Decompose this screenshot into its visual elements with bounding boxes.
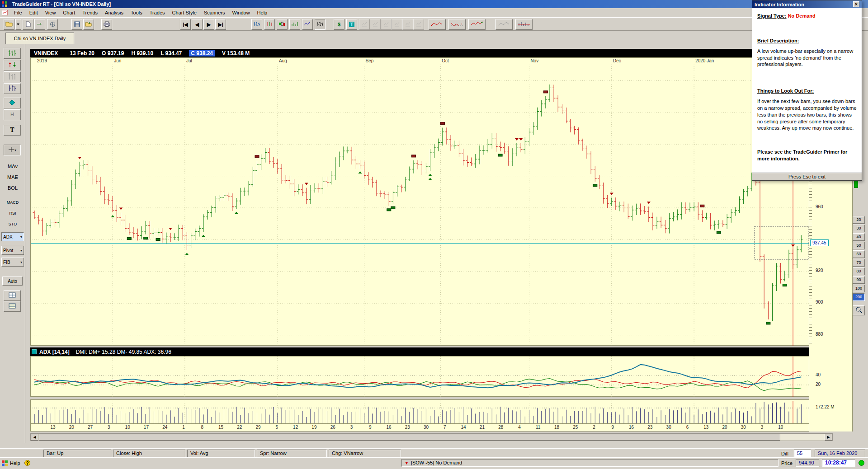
price-label: Price bbox=[781, 460, 793, 466]
date-label: 7 bbox=[440, 425, 450, 430]
scale-button-40[interactable]: 40 bbox=[853, 233, 865, 241]
help-question-icon[interactable]: ? bbox=[24, 460, 30, 466]
open-dropdown-button[interactable] bbox=[15, 19, 21, 30]
open-chart-button[interactable] bbox=[4, 19, 14, 30]
scan-trend-1-button[interactable] bbox=[429, 19, 446, 30]
phase-icon bbox=[361, 21, 368, 28]
price-plot[interactable]: 2019JunJulAugSepOctNovDec2020 Jan bbox=[30, 57, 809, 346]
scale-button-80[interactable]: 80 bbox=[853, 267, 865, 275]
scale-button-30[interactable]: 30 bbox=[853, 225, 865, 232]
nav-next-button[interactable]: ▶ bbox=[203, 19, 214, 30]
nav-last-button[interactable]: ▶| bbox=[215, 19, 226, 30]
chart-style-green-button[interactable] bbox=[4, 48, 21, 59]
menu-chart-style[interactable]: Chart Style bbox=[169, 9, 200, 17]
bol-button[interactable]: BOL bbox=[1, 183, 24, 192]
mae-button[interactable]: MAE bbox=[1, 173, 24, 182]
scale-button-100[interactable]: 100 bbox=[853, 285, 865, 292]
menu-trends[interactable]: Trends bbox=[79, 9, 101, 17]
help-label[interactable]: Help bbox=[10, 460, 20, 466]
text-annotation-button-glyph: T bbox=[349, 22, 355, 27]
style-histogram-button[interactable] bbox=[289, 19, 300, 30]
adx-panel-icon bbox=[32, 349, 37, 354]
date-label: 16 bbox=[384, 425, 394, 430]
macd-button[interactable]: MACD bbox=[1, 198, 24, 207]
menu-chart[interactable]: Chart bbox=[59, 9, 79, 17]
nav-prev-button[interactable]: ◀ bbox=[192, 19, 203, 30]
date-label: 20 bbox=[720, 425, 730, 430]
print-button[interactable] bbox=[101, 19, 112, 30]
style-black-bars-button[interactable] bbox=[315, 19, 326, 30]
adx-plot[interactable] bbox=[30, 356, 809, 397]
link-chart-button[interactable] bbox=[34, 19, 45, 30]
diamond-tool-button[interactable] bbox=[4, 98, 21, 108]
sto-button[interactable]: STO bbox=[1, 220, 24, 229]
anchor-icon bbox=[50, 21, 56, 28]
phase-icon bbox=[394, 21, 400, 28]
scale-button-50[interactable]: 50 bbox=[853, 242, 865, 249]
chart-style-arrows-button[interactable] bbox=[4, 60, 21, 70]
menu-scanners[interactable]: Scanners bbox=[200, 9, 228, 17]
vsa-scan-button[interactable] bbox=[515, 19, 533, 30]
save-button[interactable] bbox=[71, 19, 82, 30]
text-tool-button[interactable]: T bbox=[4, 125, 21, 136]
popup-title-bar[interactable]: Indicator Information × bbox=[752, 0, 862, 8]
date-axis: 1320273101724181522295121926391623307142… bbox=[30, 424, 809, 431]
scan-gray-button[interactable] bbox=[495, 19, 513, 30]
chart-style-gray-button[interactable] bbox=[4, 71, 21, 82]
style-ohlc-button[interactable] bbox=[251, 19, 262, 30]
export-icon bbox=[85, 21, 92, 28]
menu-trades[interactable]: Trades bbox=[146, 9, 169, 17]
text-annotation-button[interactable]: T bbox=[346, 19, 357, 30]
menu-help[interactable]: Help bbox=[254, 9, 271, 17]
scroll-thumb[interactable] bbox=[39, 434, 780, 441]
style-line-button[interactable] bbox=[302, 19, 313, 30]
adx-button[interactable]: ADX▾ bbox=[1, 232, 24, 241]
scroll-left-icon[interactable]: ◀ bbox=[31, 434, 38, 441]
menu-window[interactable]: Window bbox=[228, 9, 253, 17]
pivot-button[interactable]: Pivot▾ bbox=[1, 246, 24, 255]
scroll-right-icon[interactable]: ▶ bbox=[825, 434, 832, 441]
month-label: Nov bbox=[530, 58, 538, 63]
layout-grid2-button[interactable] bbox=[4, 301, 21, 312]
h-tool-button[interactable]: H bbox=[4, 109, 21, 120]
auto-button[interactable]: Auto bbox=[2, 277, 23, 286]
nav-first-button[interactable]: |◀ bbox=[180, 19, 191, 30]
export-button[interactable] bbox=[83, 19, 94, 30]
mav-button[interactable]: MAv bbox=[1, 162, 24, 171]
fib-button[interactable]: FIB▾ bbox=[1, 258, 24, 267]
style-candles-button[interactable] bbox=[277, 19, 288, 30]
layout-grid-button[interactable] bbox=[4, 290, 21, 301]
cursor-tool-button[interactable]: ▾ bbox=[4, 145, 21, 155]
dollar-tool-button[interactable]: $ bbox=[334, 19, 344, 30]
tab-chart[interactable]: Chi so VN-INDEX Daily bbox=[5, 33, 74, 44]
scale-button-20[interactable]: 20 bbox=[853, 216, 865, 224]
volume-plot[interactable] bbox=[30, 399, 809, 424]
horizontal-scrollbar[interactable]: ◀ ▶ bbox=[30, 433, 833, 441]
scan-trend-3-button[interactable] bbox=[468, 19, 486, 30]
close-icon[interactable]: × bbox=[853, 1, 859, 7]
menu-view[interactable]: View bbox=[42, 9, 60, 17]
menu-analysis[interactable]: Analysis bbox=[101, 9, 127, 17]
price-value: 944.90 bbox=[796, 459, 819, 467]
new-page-icon bbox=[26, 21, 31, 28]
scale-button-90[interactable]: 90 bbox=[853, 276, 865, 284]
menu-tools[interactable]: Tools bbox=[127, 9, 146, 17]
zoom-button[interactable] bbox=[853, 305, 865, 315]
scale-button-60[interactable]: 60 bbox=[853, 250, 865, 258]
month-label: 2019 bbox=[37, 58, 47, 63]
adx-values-label: DMI: DM+ 15.28 DM- 49.85 ADX: 36.96 bbox=[76, 349, 171, 355]
new-chart-button[interactable] bbox=[23, 19, 33, 30]
menu-edit[interactable]: Edit bbox=[26, 9, 42, 17]
scale-button-200[interactable]: 200 bbox=[853, 293, 865, 301]
adx-title: ADX [14,14] bbox=[39, 349, 70, 355]
style-colored-bars-button[interactable] bbox=[264, 19, 275, 30]
refresh-button[interactable] bbox=[47, 19, 58, 30]
scan-trend-2-button[interactable] bbox=[448, 19, 466, 30]
date-label: 23 bbox=[402, 425, 412, 430]
status-date: Sun, 16 Feb 2020 bbox=[815, 450, 865, 457]
chart-style-ohlc-button[interactable] bbox=[4, 83, 21, 94]
trade-phase-2-button bbox=[370, 19, 381, 30]
rsi-button[interactable]: RSI bbox=[1, 209, 24, 218]
menu-file[interactable]: File bbox=[10, 9, 26, 17]
scale-button-70[interactable]: 70 bbox=[853, 259, 865, 267]
